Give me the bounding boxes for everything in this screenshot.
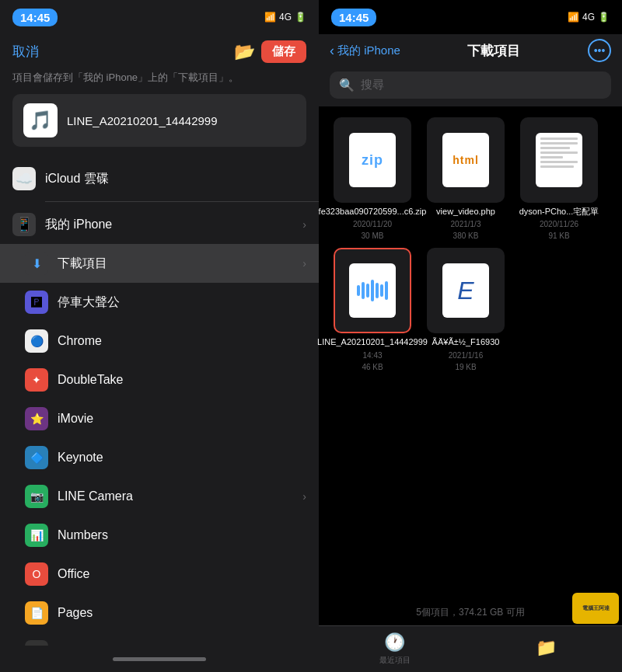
ebook-file-size: 19 KB xyxy=(455,363,476,371)
icloud-icon: ☁️ xyxy=(12,167,36,190)
html-file-name: view_video.php xyxy=(436,206,495,217)
more-button[interactable]: ••• xyxy=(588,39,611,62)
sidebar-item-linecamera-label: LINE Camera xyxy=(58,489,293,503)
right-signal-icon: 📶 xyxy=(568,12,579,23)
sidebar-item-office[interactable]: O Office xyxy=(0,555,319,594)
file-card-zip[interactable]: zip fe323baa090720599...c6.zip 2020/11/2… xyxy=(330,117,415,240)
doubletake-icon: ✦ xyxy=(25,368,48,392)
html-icon-box: html xyxy=(442,133,489,187)
search-input-box[interactable]: 🔍 搜尋 xyxy=(330,71,611,99)
zip-file-size: 30 MB xyxy=(362,232,384,240)
cancel-button[interactable]: 取消 xyxy=(12,43,39,61)
doc-file-name: dyson-PCho...宅配單 xyxy=(519,206,599,217)
vsco-icon: V xyxy=(25,640,48,646)
html-file-date: 2021/1/3 xyxy=(451,220,481,228)
tab-recent[interactable]: 🕐 最近項目 xyxy=(319,632,470,666)
doc-line-1 xyxy=(540,138,578,140)
numbers-icon: 📊 xyxy=(25,524,48,547)
office-icon: O xyxy=(25,562,48,586)
files-grid: zip fe323baa090720599...c6.zip 2020/11/2… xyxy=(319,106,622,598)
pages-icon: 📄 xyxy=(25,601,48,625)
sidebar-item-parking-label: 停車大聲公 xyxy=(58,294,306,311)
zip-type-label: zip xyxy=(362,152,383,169)
sidebar-item-myiphone-label: 我的 iPhone xyxy=(45,217,293,233)
sidebar-item-chrome[interactable]: 🔵 Chrome xyxy=(0,322,319,360)
right-nav: ‹ 我的 iPhone 下載項目 ••• xyxy=(319,34,622,67)
doc-file-icon xyxy=(520,117,598,203)
doc-line-5 xyxy=(540,156,563,158)
sidebar-item-doubletake[interactable]: ✦ DoubleTake xyxy=(0,360,319,399)
left-header: 取消 📂 儲存 xyxy=(0,34,319,71)
file-card-doc[interactable]: dyson-PCho...宅配單 2020/11/26 91 KB xyxy=(516,117,602,240)
signal-icon: 📶 xyxy=(264,12,276,23)
doc-icon-box xyxy=(536,133,582,187)
sidebar-item-icloud[interactable]: ☁️ iCloud 雲碟 xyxy=(0,159,319,198)
sidebar-item-keynote[interactable]: 🔷 Keynote xyxy=(0,438,319,477)
right-battery-icon: 🔋 xyxy=(598,12,610,23)
sidebar-item-parking[interactable]: 🅿 停車大聲公 xyxy=(0,283,319,322)
network-type: 4G xyxy=(279,12,292,23)
zip-file-name: fe323baa090720599...c6.zip xyxy=(319,206,427,217)
left-status-icons: 📶 4G 🔋 xyxy=(264,12,306,23)
tab-files[interactable]: 📁 xyxy=(470,638,622,660)
sidebar-item-imovie[interactable]: ⭐ iMovie xyxy=(0,399,319,438)
right-panel: 14:45 📶 4G 🔋 ‹ 我的 iPhone 下載項目 ••• 🔍 搜尋 xyxy=(319,0,622,672)
audio-icon: 🎵 xyxy=(29,110,52,131)
doc-line-2 xyxy=(540,142,578,144)
sidebar-item-pages[interactable]: 📄 Pages xyxy=(0,594,319,632)
sidebar-item-linecamera[interactable]: 📷 LINE Camera › xyxy=(0,477,319,516)
downloads-chevron-icon: › xyxy=(302,257,306,270)
audio-file-size: 46 KB xyxy=(362,363,383,371)
wave-bar-7 xyxy=(385,281,388,300)
ebook-file-icon: E xyxy=(427,248,505,333)
right-network-type: 4G xyxy=(582,12,595,23)
save-button[interactable]: 儲存 xyxy=(261,40,306,63)
sidebar-item-office-label: Office xyxy=(58,567,306,581)
doc-line-6 xyxy=(540,161,578,163)
doc-line-3 xyxy=(540,147,570,149)
back-button[interactable]: ‹ 我的 iPhone xyxy=(330,43,400,59)
sidebar-item-myiphone[interactable]: 📱 我的 iPhone › xyxy=(0,205,319,244)
file-preview-bar: 🎵 LINE_A20210201_14442999 xyxy=(12,94,306,147)
zip-file-date: 2020/11/20 xyxy=(353,220,392,228)
chrome-icon: 🔵 xyxy=(25,329,48,353)
imovie-icon: ⭐ xyxy=(25,407,48,430)
audio-file-date: 14:43 xyxy=(362,351,382,360)
folder-icon-button[interactable]: 📂 xyxy=(234,42,255,62)
watermark: 電腦王阿達 xyxy=(572,593,619,624)
wave-bar-4 xyxy=(371,280,374,301)
back-chevron-icon: ‹ xyxy=(330,43,334,59)
file-card-html[interactable]: html view_video.php 2021/1/3 380 KB xyxy=(423,117,508,240)
back-label: 我的 iPhone xyxy=(337,44,400,58)
sidebar-item-downloads[interactable]: ⬇ 下載項目 › xyxy=(0,244,319,283)
html-file-size: 380 KB xyxy=(453,232,479,240)
file-card-audio[interactable]: LINE_A20210201_14442999 14:43 46 KB xyxy=(330,248,415,371)
zip-icon-box: zip xyxy=(349,133,396,187)
sidebar-item-numbers[interactable]: 📊 Numbers xyxy=(0,516,319,555)
ebook-file-name: ÃÄ¥Ã±½_F16930 xyxy=(432,336,500,347)
sidebar-item-vsco[interactable]: V VSCO › xyxy=(0,632,319,646)
keynote-icon: 🔷 xyxy=(25,446,48,469)
wave-bar-1 xyxy=(357,285,360,296)
doc-line-7 xyxy=(540,165,574,168)
doc-file-date: 2020/11/26 xyxy=(540,220,578,228)
header-action-icons: 📂 儲存 xyxy=(234,40,306,63)
left-panel: 14:45 📶 4G 🔋 取消 📂 儲存 項目會儲存到「我的 iPhone」上的… xyxy=(0,0,319,672)
right-status-bar: 14:45 📶 4G 🔋 xyxy=(319,0,622,34)
left-time: 14:45 xyxy=(12,9,58,26)
file-card-ebook[interactable]: E ÃÄ¥Ã±½_F16930 2021/1/16 19 KB xyxy=(423,248,508,371)
sidebar-item-pages-label: Pages xyxy=(58,606,306,620)
audio-file-name: LINE_A20210201_14442999 xyxy=(317,336,428,347)
recent-tab-label: 最近項目 xyxy=(379,655,411,666)
sidebar-item-downloads-label: 下載項目 xyxy=(58,256,293,272)
doc-file-size: 91 KB xyxy=(548,232,569,240)
nav-title: 下載項目 xyxy=(467,42,520,60)
iphone-icon: 📱 xyxy=(12,213,36,236)
sidebar-item-icloud-label: iCloud 雲碟 xyxy=(45,171,306,187)
zip-file-icon: zip xyxy=(334,117,411,203)
right-tab-bar: 🕐 最近項目 📁 xyxy=(319,625,622,672)
ebook-icon-box: E xyxy=(442,263,489,318)
linecamera-icon: 📷 xyxy=(25,485,48,508)
ebook-e-label: E xyxy=(457,277,473,305)
doc-line-4 xyxy=(540,151,578,154)
